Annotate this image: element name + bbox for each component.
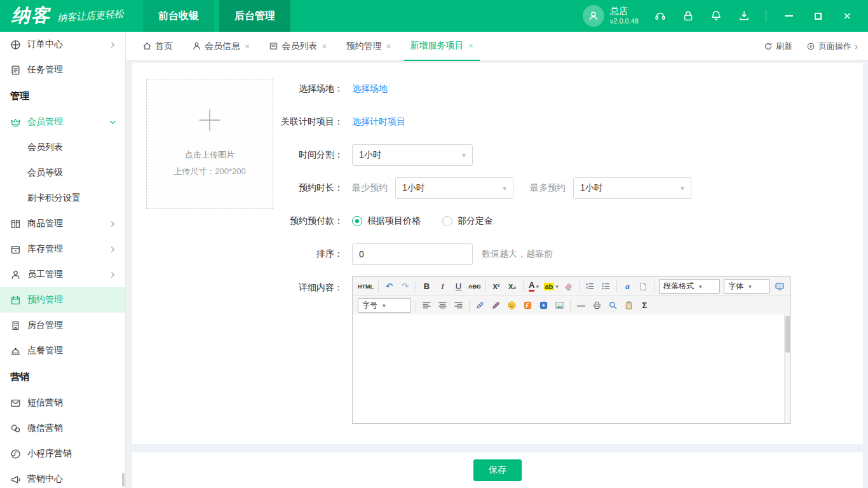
insert-link-button[interactable] [473,298,487,313]
upload-image-box[interactable]: 点击上传图片 上传尺寸：200*200 [146,79,273,209]
font-color-button[interactable]: A ▾ [527,279,541,294]
select-venue-link[interactable]: 选择场地 [352,83,388,95]
refresh-button[interactable]: 刷新 [764,41,792,52]
fullscreen-button[interactable] [772,279,787,294]
unordered-list-button[interactable] [599,279,613,294]
sidebar-scrollbar[interactable] [122,473,125,487]
nav-front-cashier[interactable]: 前台收银 [143,0,214,32]
sidebar-item-product-management[interactable]: 商品管理 [0,211,125,236]
editor-scrollbar-track[interactable] [784,315,790,423]
sidebar-item-member-list[interactable]: 会员列表 [0,135,125,160]
tab-close-icon[interactable]: × [245,42,250,51]
max-duration-select[interactable]: 1小时 ▾ [573,177,691,199]
sidebar-item-sms-marketing[interactable]: 短信营销 [0,390,125,416]
time-split-select[interactable]: 1小时 ▾ [352,144,473,166]
nav-backend-management[interactable]: 后台管理 [219,0,290,32]
lock-icon[interactable] [682,10,695,22]
editor-toolbar-row1: HTML ↶ ↷ B I U ABC X² X₂ [353,277,790,296]
subscript-button[interactable]: X₂ [505,279,520,294]
select-timing-project-link[interactable]: 选择计时项目 [352,116,405,128]
time-split-label: 时间分割： [267,149,343,161]
close-window-button[interactable]: × [840,9,854,23]
sidebar-item-miniprogram-marketing[interactable]: 小程序营销 [0,441,125,466]
max-reservation-label: 最多预约 [530,182,566,194]
tab-new-service-item[interactable]: 新增服务项目 × [404,32,480,61]
source-code-button[interactable]: HTML [356,279,375,294]
sidebar-item-member-management[interactable]: 会员管理 [0,109,125,135]
maximize-icon [815,13,822,20]
account-info[interactable]: 总店 v2.0.0.48 [583,5,639,27]
highlight-color-button[interactable]: ab ▾ [543,279,560,294]
sidebar-item-room-management[interactable]: 房台管理 [0,313,125,338]
font-family-select[interactable]: 字体 ▾ [724,279,770,294]
page-operations-button[interactable]: 页面操作 › [806,41,858,52]
sidebar-item-label: 商品管理 [27,218,63,229]
prepay-radio-project-price[interactable]: 根据项目价格 [352,215,421,227]
sidebar-item-member-level[interactable]: 会员等级 [0,160,125,186]
sidebar-item-card-points-settings[interactable]: 刷卡积分设置 [0,186,125,211]
minimize-button[interactable] [782,9,796,23]
paste-button[interactable] [621,298,636,313]
bold-button[interactable]: B [419,279,434,294]
sidebar-item-inventory-management[interactable]: 库存管理 [0,236,125,262]
tab-member-info[interactable]: 会员信息 × [186,32,256,61]
inventory-icon [10,244,21,255]
chevron-right-icon [109,271,116,278]
sort-input[interactable] [352,243,473,265]
sidebar-item-staff-management[interactable]: 员工管理 [0,262,125,287]
anchor-button[interactable]: a [620,279,635,294]
caret-down-icon: ▾ [536,283,539,290]
toolbar-separator [469,300,470,311]
prepay-radio-partial-deposit[interactable]: 部分定金 [442,215,493,227]
quote-page-button[interactable] [636,279,651,294]
tab-close-icon[interactable]: × [386,42,391,51]
download-icon[interactable] [738,10,750,22]
eraser-button[interactable] [561,279,576,294]
media-button[interactable] [536,298,551,313]
caret-down-icon: ▾ [749,283,752,290]
tab-home[interactable]: 首页 [136,32,179,61]
tab-close-icon[interactable]: × [468,41,473,50]
editor-scrollbar-thumb[interactable] [785,316,790,353]
sidebar-item-order-center[interactable]: 订单中心 [0,32,125,57]
tab-label: 首页 [155,41,173,52]
chevron-right-icon [109,41,116,48]
insert-image-button[interactable] [552,298,567,313]
align-center-button[interactable] [435,298,450,313]
align-left-button[interactable] [419,298,434,313]
duration-row: 预约时长： 最少预约 1小时 ▾ 最多预约 1小时 ▾ [267,177,850,199]
emoji-button[interactable] [505,298,519,313]
tab-member-list[interactable]: 会员列表 × [262,32,333,61]
save-button[interactable]: 保存 [473,459,522,481]
editor-content[interactable] [353,315,790,423]
print-button[interactable] [590,298,604,313]
undo-button[interactable]: ↶ [382,279,397,294]
formula-button[interactable]: Σ [637,298,652,313]
sidebar-item-reservation-management[interactable]: 预约管理 [0,287,125,313]
underline-button[interactable]: U [451,279,466,294]
person-icon [10,269,21,280]
superscript-button[interactable]: X² [489,279,504,294]
tab-reservation-management[interactable]: 预约管理 × [339,32,397,61]
strikethrough-button[interactable]: ABC [467,279,482,294]
sidebar-item-wechat-marketing[interactable]: 微信营销 [0,416,125,441]
italic-button[interactable]: I [435,279,450,294]
ordered-list-button[interactable] [583,279,597,294]
horizontal-rule-button[interactable]: — [574,298,588,313]
paragraph-format-select[interactable]: 段落格式 ▾ [659,279,720,294]
remove-link-button[interactable] [489,298,503,313]
min-duration-select[interactable]: 1小时 ▾ [395,177,513,199]
preview-button[interactable] [606,298,620,313]
service-icon[interactable] [654,10,667,22]
sidebar-item-task-management[interactable]: 任务管理 [0,57,125,83]
maximize-button[interactable] [811,9,825,23]
sidebar-item-food-ordering-management[interactable]: 点餐管理 [0,338,125,363]
bell-icon[interactable] [710,10,722,22]
redo-button[interactable]: ↷ [398,279,412,294]
align-right-button[interactable] [451,298,466,313]
sidebar-item-label: 短信营销 [27,397,63,409]
font-size-select[interactable]: 字号 ▾ [358,298,411,313]
sidebar-item-marketing-center[interactable]: 营销中心 [0,466,125,488]
flash-button[interactable] [520,298,535,313]
tab-close-icon[interactable]: × [322,42,327,51]
